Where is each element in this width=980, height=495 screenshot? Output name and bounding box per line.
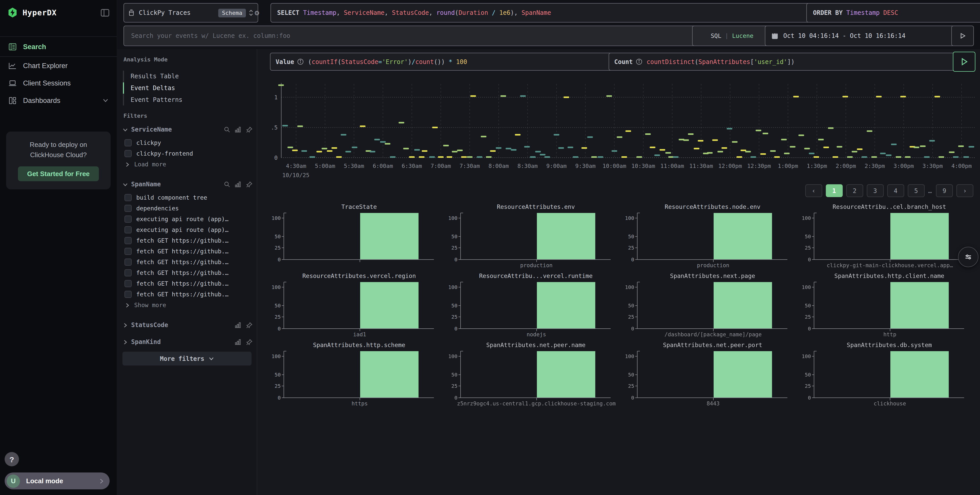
mini-bar-chart[interactable]: ResourceAttributes.vercel.region02550100…: [271, 271, 448, 340]
run-query-button[interactable]: [953, 52, 975, 72]
date-range-picker[interactable]: Oct 10 04:16:14 - Oct 10 16:16:14: [765, 25, 955, 46]
mini-bar-chart[interactable]: ResourceAttributes.node.env02550100produ…: [624, 202, 801, 271]
svg-text:100: 100: [272, 284, 281, 290]
filter-option[interactable]: dependencies: [124, 205, 253, 212]
checkbox[interactable]: [124, 226, 132, 233]
sql-select-input[interactable]: SELECT Timestamp, ServiceName, StatusCod…: [270, 3, 816, 22]
sidebar-collapse-icon[interactable]: [100, 8, 110, 17]
count-expression-input[interactable]: Count countDistinct(SpanAttributes['user…: [609, 53, 960, 71]
filter-option[interactable]: fetch GET https://github.…: [124, 291, 253, 298]
svg-text:SpanAttributes.net.peer.name: SpanAttributes.net.peer.name: [486, 342, 585, 348]
filter-option[interactable]: fetch GET https://github.…: [124, 259, 253, 266]
search-icon[interactable]: [224, 181, 230, 187]
help-button[interactable]: ?: [5, 452, 19, 466]
filter-group-StatusCode[interactable]: StatusCode: [123, 322, 253, 328]
filter-group-SpanKind[interactable]: SpanKind: [123, 338, 253, 346]
page-button-9[interactable]: 9: [936, 184, 953, 197]
checkbox[interactable]: [124, 248, 132, 255]
checkbox[interactable]: [124, 259, 132, 266]
svg-text:100: 100: [802, 353, 811, 359]
bar-chart-icon[interactable]: [235, 127, 241, 133]
bar-chart-icon[interactable]: [235, 181, 241, 187]
local-mode-button[interactable]: U Local mode: [5, 473, 110, 489]
page-button-1[interactable]: 1: [826, 184, 843, 197]
pin-icon[interactable]: [246, 339, 253, 345]
search-bar[interactable]: [124, 25, 703, 46]
filter-option[interactable]: fetch GET https://github.…: [124, 248, 253, 255]
page-button-3[interactable]: 3: [867, 184, 884, 197]
lang-sql[interactable]: SQL: [711, 32, 722, 40]
page-button-5[interactable]: 5: [908, 184, 925, 197]
value-expression-input[interactable]: Value (countIf(StatusCode='Error')/count…: [270, 53, 614, 71]
page-button-4[interactable]: 4: [887, 184, 904, 197]
checkbox[interactable]: [124, 194, 132, 201]
mini-bar-chart[interactable]: SpanAttributes.net.peer.port025501008443: [624, 340, 801, 409]
load-more-link[interactable]: Load more: [124, 161, 166, 168]
filter-group-SpanName[interactable]: SpanName: [123, 181, 253, 188]
checkbox[interactable]: [124, 237, 132, 244]
get-started-button[interactable]: Get Started for Free: [18, 167, 99, 181]
filter-option[interactable]: fetch GET https://github.…: [124, 237, 253, 244]
value-expression: (countIf(StatusCode='Error')/count()) * …: [308, 58, 467, 65]
filter-option[interactable]: build component tree: [124, 194, 253, 201]
page-prev-button[interactable]: ‹: [805, 184, 822, 197]
bar-chart-icon[interactable]: [235, 322, 241, 328]
filter-option[interactable]: clickpy-frontend: [124, 150, 253, 157]
mode-event-patterns[interactable]: Event Patterns: [130, 96, 182, 103]
mini-bar-chart[interactable]: TraceState02550100: [271, 202, 448, 271]
sidebar-item-client-sessions[interactable]: Client Sessions: [0, 74, 117, 92]
mini-bar-chart[interactable]: ResourceAttribu...vercel.runtime02550100…: [448, 271, 624, 340]
bar-chart-icon[interactable]: [235, 339, 241, 345]
search-run-button[interactable]: [951, 25, 974, 46]
attribute-charts-grid: TraceState02550100ResourceAttributes.env…: [271, 202, 978, 409]
filter-option[interactable]: clickpy: [124, 139, 253, 146]
filter-option[interactable]: fetch GET https://github.…: [124, 269, 253, 276]
mini-bar-chart[interactable]: SpanAttributes.next.page02550100/dashboa…: [624, 271, 801, 340]
svg-text:12:00pm: 12:00pm: [718, 163, 742, 169]
source-select[interactable]: ClickPy Traces Schema: [124, 3, 258, 22]
checkbox[interactable]: [124, 139, 132, 146]
load-more-link[interactable]: Show more: [124, 301, 166, 309]
chart-settings-fab[interactable]: [958, 247, 978, 267]
lang-lucene[interactable]: Lucene: [732, 32, 753, 40]
mini-bar-chart[interactable]: ResourceAttribu..cel.branch_host02550100…: [801, 202, 978, 271]
svg-text:25: 25: [628, 383, 634, 389]
mini-bar-chart[interactable]: SpanAttributes.db.system02550100clickhou…: [801, 340, 978, 409]
page-button-2[interactable]: 2: [846, 184, 863, 197]
mini-bar-chart[interactable]: SpanAttributes.http.scheme02550100https: [271, 340, 448, 409]
mode-event-deltas[interactable]: Event Deltas: [130, 84, 175, 92]
sidebar-item-chart-explorer[interactable]: Chart Explorer: [0, 57, 117, 74]
checkbox[interactable]: [124, 280, 132, 287]
checkbox[interactable]: [124, 205, 132, 212]
svg-text:10:30am: 10:30am: [632, 163, 655, 169]
svg-text:SpanAttributes.next.page: SpanAttributes.next.page: [670, 273, 755, 279]
page-next-button[interactable]: ›: [956, 184, 973, 197]
filter-option[interactable]: executing api route (app)…: [124, 226, 253, 233]
svg-text:25: 25: [628, 314, 634, 320]
mini-bar-chart[interactable]: SpanAttributes.http.client.name02550100h…: [801, 271, 978, 340]
mode-results-table[interactable]: Results Table: [130, 73, 179, 80]
event-deltas-chart[interactable]: 00.514:30am5:00am5:30am6:00am6:30am7:00a…: [271, 81, 979, 183]
pin-icon[interactable]: [246, 126, 253, 133]
filter-group-ServiceName[interactable]: ServiceName: [123, 126, 253, 133]
search-input[interactable]: [130, 32, 697, 40]
checkbox[interactable]: [124, 150, 132, 157]
mini-bar-chart[interactable]: SpanAttributes.net.peer.name02550100z5nr…: [448, 340, 624, 409]
svg-text:25: 25: [275, 383, 281, 389]
search-icon[interactable]: [224, 127, 230, 133]
sidebar-item-dashboards[interactable]: Dashboards: [0, 92, 117, 109]
sidebar-item-search[interactable]: Search: [0, 36, 117, 57]
checkbox[interactable]: [124, 216, 132, 223]
checkbox[interactable]: [124, 269, 132, 276]
pin-icon[interactable]: [246, 322, 253, 328]
more-filters-button[interactable]: More filters: [123, 352, 251, 365]
filter-option[interactable]: fetch GET https://github.…: [124, 280, 253, 287]
mini-bar-chart[interactable]: ResourceAttributes.env02550100production: [448, 202, 624, 271]
pin-icon[interactable]: [246, 181, 253, 187]
query-language-toggle[interactable]: SQL | Lucene: [692, 25, 772, 46]
settings-gear-icon[interactable]: ⚙: [255, 8, 259, 17]
local-mode-label: Local mode: [26, 477, 99, 485]
filter-option[interactable]: executing api route (app)…: [124, 216, 253, 223]
checkbox[interactable]: [124, 291, 132, 298]
order-by-input[interactable]: ORDER BY Timestamp DESC: [807, 3, 980, 22]
